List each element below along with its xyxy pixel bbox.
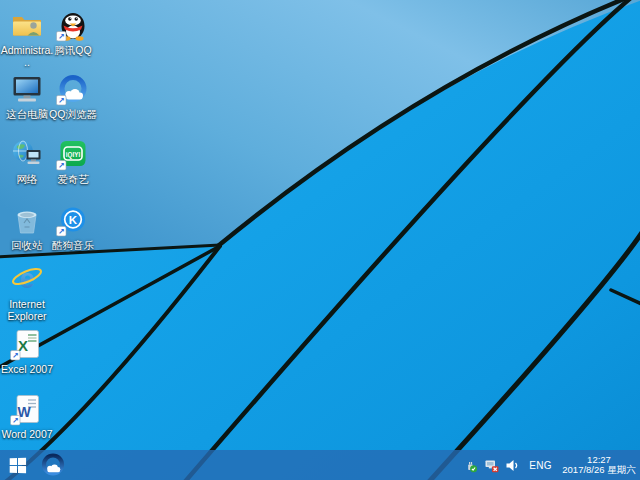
start-button[interactable]	[0, 450, 34, 480]
desktop-icon-label: 网络	[17, 173, 38, 185]
kugou-music-icon: K ↗	[56, 203, 90, 237]
desktop-icon-label: 爱奇艺	[57, 173, 89, 185]
excel-icon: X ↗	[10, 327, 44, 361]
usb-safely-remove-icon[interactable]	[463, 458, 478, 473]
computer-icon	[10, 72, 44, 106]
qq-browser-taskbar-icon	[41, 453, 65, 477]
desktop-icon-excel-2007[interactable]: X ↗ Excel 2007	[0, 327, 54, 375]
desktop-icon-word-2007[interactable]: W ↗ Word 2007	[0, 392, 54, 440]
iqiyi-icon: iQIYI ↗	[56, 137, 90, 171]
svg-text:↗: ↗	[58, 161, 65, 170]
desktop-icon-label: 酷狗音乐	[52, 239, 94, 251]
internet-explorer-icon: e	[10, 262, 44, 296]
clock-date: 2017/8/26 星期六	[561, 465, 637, 476]
shortcut-arrow-badge: ↗	[57, 32, 67, 42]
desktop-icon-internet-explorer[interactable]: e Internet Explorer	[0, 262, 54, 322]
word-icon: W ↗	[10, 392, 44, 426]
desktop-icon-tencent-qq[interactable]: ↗ 腾讯QQ	[46, 8, 100, 56]
desktop[interactable]: Administra... ↗ 腾讯QQ	[0, 0, 640, 480]
qq-browser-icon: ↗	[56, 72, 90, 106]
shortcut-arrow-badge: ↗	[57, 161, 67, 171]
desktop-icon-label: QQ浏览器	[49, 108, 97, 120]
desktop-icon-label: 这台电脑	[6, 108, 48, 120]
svg-text:iQIYI: iQIYI	[66, 151, 81, 159]
desktop-icon-qq-browser[interactable]: ↗ QQ浏览器	[46, 72, 100, 120]
desktop-icon-label: Excel 2007	[1, 363, 53, 375]
svg-text:↗: ↗	[12, 351, 19, 360]
taskbar: ENG 12:27 2017/8/26 星期六	[0, 450, 640, 480]
language-indicator[interactable]: ENG	[526, 460, 555, 471]
shortcut-arrow-badge: ↗	[11, 351, 21, 361]
svg-text:↗: ↗	[58, 227, 65, 236]
svg-text:↗: ↗	[58, 32, 65, 41]
shortcut-arrow-badge: ↗	[57, 227, 67, 237]
recycle-bin-icon	[10, 203, 44, 237]
taskbar-clock[interactable]: 12:27 2017/8/26 星期六	[561, 455, 637, 476]
desktop-icon-kugou-music[interactable]: K ↗ 酷狗音乐	[46, 203, 100, 251]
desktop-icon-label: Word 2007	[1, 428, 52, 440]
desktop-icon-iqiyi[interactable]: iQIYI ↗ 爱奇艺	[46, 137, 100, 185]
svg-text:↗: ↗	[58, 96, 65, 105]
desktop-icon-label: Internet Explorer	[0, 298, 54, 322]
qq-penguin-icon: ↗	[56, 8, 90, 42]
system-tray: ENG 12:27 2017/8/26 星期六	[463, 450, 637, 480]
network-globe-icon	[10, 137, 44, 171]
desktop-icon-label: 腾讯QQ	[54, 44, 91, 56]
svg-text:↗: ↗	[12, 416, 19, 425]
volume-icon[interactable]	[505, 458, 520, 473]
svg-text:K: K	[69, 214, 78, 226]
user-folder-icon	[10, 8, 44, 42]
taskbar-qq-browser-button[interactable]	[37, 450, 69, 480]
windows-logo-icon	[9, 457, 25, 473]
shortcut-arrow-badge: ↗	[57, 96, 67, 106]
desktop-icon-label: 回收站	[11, 239, 43, 251]
network-disconnected-icon[interactable]	[484, 458, 499, 473]
shortcut-arrow-badge: ↗	[11, 416, 21, 426]
